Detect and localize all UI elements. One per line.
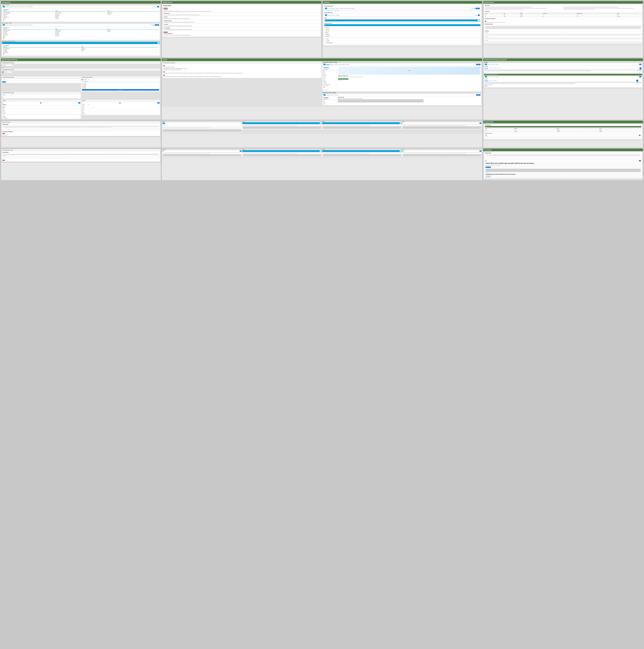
- sa-tablet-skel-1: [243, 125, 321, 125]
- nav-login[interactable]: Login: [155, 6, 157, 7]
- mobile-search-btn[interactable]: Search: [2, 81, 6, 83]
- tablet-try-bottom[interactable]: Try: [78, 102, 80, 103]
- l2-hover-customer360[interactable]: Customer 360: [323, 99, 337, 100]
- flyout-item-slack[interactable]: Slack: [323, 78, 337, 79]
- sa-sticky-try[interactable]: Try: [480, 123, 481, 124]
- states-try-btn-2[interactable]: Try for free: [476, 94, 480, 96]
- ic-try-btn[interactable]: Try: [639, 160, 641, 161]
- region-item: CIN (40011): [107, 14, 159, 15]
- auth-sp-item-2[interactable]: Label Two: [489, 80, 492, 81]
- flyout-item-analytics[interactable]: Analytics: [323, 77, 337, 78]
- mobile-search-field[interactable]: Search: [2, 79, 80, 81]
- auth-sp-item-1[interactable]: Label One: [485, 80, 488, 81]
- ds2-try-btn[interactable]: Try: [639, 135, 641, 136]
- nav-user-2: 👤: [153, 25, 154, 25]
- mobile-region-search[interactable]: Region ▼: [83, 79, 90, 81]
- tablet-menu-region[interactable]: ↗ Change Region: [325, 42, 480, 44]
- mobile-warn-dot: [2, 67, 3, 68]
- mobile-try-bottom[interactable]: Try: [158, 102, 160, 103]
- tablet-menu-support[interactable]: Support: [325, 32, 480, 34]
- nav-try-btn[interactable]: Try: [157, 6, 159, 7]
- sa-tablet-try[interactable]: Try: [320, 123, 322, 124]
- sa-desktop-skel-1: [163, 127, 241, 127]
- flyout-item-pricing[interactable]: Pricing: [323, 87, 337, 88]
- nav-try-btn-2[interactable]: Try for free: [155, 24, 159, 26]
- tablet-menu-learning[interactable]: Learning: [325, 30, 480, 32]
- search-clear[interactable]: ✕: [158, 81, 159, 82]
- anatomy-anno-dot-4: ④ Search: [334, 10, 337, 11]
- flyout-item-sustainability[interactable]: Sustainability: [323, 82, 337, 84]
- flyout-see-all[interactable]: See all products: [323, 89, 337, 90]
- region-item-2: Japan Nihon: [107, 30, 159, 31]
- auth-subnav-item-4[interactable]: Label Four: [497, 68, 501, 69]
- region-item: France (FR 10011): [55, 12, 107, 13]
- auth-subnav-item-3[interactable]: Label Three: [493, 68, 497, 69]
- tablet-menu-products[interactable]: Products: [325, 27, 480, 28]
- tablet-item-contact: ↗ Contact: [2, 116, 80, 117]
- auth-try-btn[interactable]: Try: [639, 64, 641, 65]
- auth-specific-logo: [485, 76, 487, 77]
- flyout-item-apps[interactable]: Partner Apps & Experts: [323, 84, 337, 85]
- search-result-3: 12 Label links: [82, 85, 159, 87]
- l2-hover-service[interactable]: Service: [323, 102, 337, 103]
- flyout-item-commerce[interactable]: Commerce: [323, 75, 337, 77]
- states-l2-customers: Customers: [334, 94, 338, 95]
- ds2-col-default: Default: [514, 128, 557, 129]
- sa-mobile-try[interactable]: Try: [400, 123, 402, 124]
- spec-col-4-text: 4 Columns: [485, 40, 641, 41]
- flyout-cta-btn[interactable]: See all Salesforce products: [338, 78, 349, 80]
- flyout-item-customer360[interactable]: Customer 360: [323, 69, 337, 71]
- design-space-skel-2: [3, 127, 112, 128]
- mobile-region-bottom[interactable]: Region ▼: [82, 104, 90, 105]
- ps-try-m[interactable]: Try: [400, 150, 402, 152]
- anatomy-try-min[interactable]: Try: [478, 14, 480, 16]
- tablet-try-btn[interactable]: Try: [158, 42, 160, 44]
- auth-sp-item-3[interactable]: Label Three: [493, 80, 497, 81]
- flyout-item-sales[interactable]: Sales: [323, 71, 337, 72]
- sa-sticky-img: img: [403, 126, 481, 129]
- ic-secondary-cta[interactable]: Learn more: [486, 176, 491, 177]
- anatomy-try-1[interactable]: Try for free: [476, 8, 480, 9]
- ps-try-s[interactable]: Try: [480, 150, 481, 152]
- ic-body-text: convallis eget convallis eleifend sed um…: [486, 165, 641, 166]
- ps-try-d[interactable]: Try: [240, 150, 242, 152]
- region-item: Japan (JP 10011): [107, 12, 159, 13]
- ps-desktop-label: Desktop: [162, 149, 242, 150]
- l2-hover-marketing[interactable]: Analytics: [323, 103, 337, 104]
- mobile-search-logo: [82, 79, 83, 80]
- search-func-anno-title: Functional Annotations: [2, 131, 159, 132]
- search-see-all[interactable]: See all results: [82, 89, 159, 90]
- auth-subnav-item-2[interactable]: Label Two: [489, 68, 492, 69]
- anatomy-try-tablet[interactable]: Try: [478, 20, 480, 21]
- flyout-item-marketing[interactable]: Marketing: [323, 74, 337, 75]
- states-try-btn[interactable]: Try for free: [476, 64, 480, 65]
- region-select[interactable]: Region ▼: [2, 64, 13, 66]
- tablet-menu-login[interactable]: ↗ Login: [325, 38, 480, 40]
- auth-avatar: JY: [639, 67, 642, 70]
- region-col-2: Europe: [55, 10, 107, 11]
- l2-hover-sales[interactable]: Sales: [323, 100, 337, 102]
- flyout-item-integrations[interactable]: Integrations: [323, 81, 337, 82]
- tablet-menu-contact[interactable]: ↗ Contact: [325, 40, 480, 42]
- auth-specific-try[interactable]: Try: [639, 76, 641, 77]
- tablet-menu-salesforce[interactable]: Salesforce+: [325, 35, 480, 37]
- prop-skel-1: [3, 154, 158, 155]
- anatomy-logo-min: [325, 14, 327, 16]
- spec-col-interactive: Interactive Link: [576, 13, 617, 14]
- sf-logo: [3, 6, 5, 7]
- spec-l2-val: #0070d2: [617, 16, 641, 17]
- flyout-item-service[interactable]: Service: [323, 72, 337, 74]
- mobile-search-field-2[interactable]: 12 Label links ✕: [82, 81, 160, 82]
- flyout-item-services[interactable]: Services & Plans: [323, 85, 337, 87]
- auth-subnav-item-1[interactable]: Label One: [485, 68, 488, 69]
- mobile-region-select-2[interactable]: Region ▼: [4, 71, 12, 73]
- ic-cta-btn[interactable]: Learn more: [486, 167, 491, 168]
- flyout-item-platform[interactable]: Platform: [323, 79, 337, 81]
- tablet-menu-company[interactable]: Company: [325, 34, 480, 35]
- mobile-scrolled-logo: [2, 72, 4, 73]
- nav-products-2: Products: [5, 25, 9, 25]
- tablet-menu-industries[interactable]: Industries: [325, 29, 480, 30]
- mobile-scrolled-region[interactable]: Region ▼: [2, 94, 13, 96]
- ic-design-space-title: Design Space: [485, 153, 641, 154]
- ps-try-t[interactable]: Try: [320, 150, 322, 152]
